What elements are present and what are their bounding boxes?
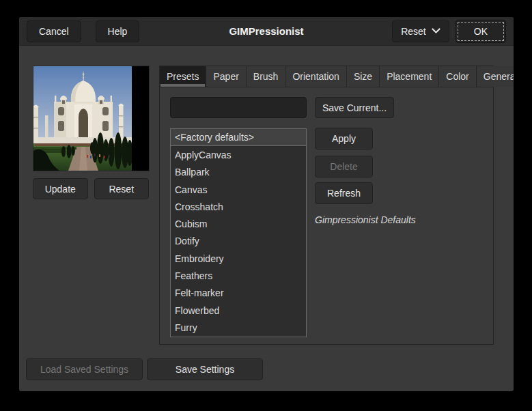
preset-list-item[interactable]: Feathers: [171, 267, 306, 284]
save-settings-button[interactable]: Save Settings: [147, 358, 263, 380]
preset-list[interactable]: <Factory defaults> ApplyCanvas Ballpark …: [170, 128, 307, 337]
tab-presets[interactable]: Presets: [160, 66, 206, 87]
apply-button[interactable]: Apply: [315, 128, 373, 150]
preset-list-item[interactable]: Canvas: [171, 181, 306, 198]
tab-brush[interactable]: Brush: [247, 66, 286, 87]
presets-tab-panel: Save Current... <Factory defaults> Apply…: [160, 87, 493, 345]
reset-dropdown-label: Reset: [401, 26, 426, 37]
ok-button[interactable]: OK: [456, 20, 506, 43]
help-button[interactable]: Help: [96, 20, 140, 42]
preset-list-item[interactable]: ApplyCanvas: [171, 146, 306, 163]
tab-size[interactable]: Size: [347, 66, 380, 87]
tab-color[interactable]: Color: [439, 66, 476, 87]
tab-orientation[interactable]: Orientation: [285, 66, 346, 87]
chevron-down-icon: [432, 28, 440, 34]
preset-list-item[interactable]: Furry: [171, 319, 306, 336]
preset-list-item[interactable]: <Factory defaults>: [171, 129, 306, 146]
tab-paper[interactable]: Paper: [206, 66, 246, 87]
gimpressionist-dialog: Cancel Help GIMPressionist Reset OK: [19, 17, 514, 391]
tab-general[interactable]: General: [477, 66, 514, 87]
load-saved-settings-button: Load Saved Settings: [26, 358, 143, 380]
preset-description: Gimpressionist Defaults: [315, 214, 416, 225]
preset-list-item[interactable]: Cubism: [171, 215, 306, 232]
update-preview-button[interactable]: Update: [33, 178, 88, 199]
preview-image: [33, 66, 149, 171]
reset-dropdown-button[interactable]: Reset: [392, 20, 449, 42]
save-current-button[interactable]: Save Current...: [315, 97, 394, 118]
settings-notebook: Presets Paper Brush Orientation Size Pla…: [159, 66, 494, 345]
tab-placement[interactable]: Placement: [380, 66, 439, 87]
preset-list-item[interactable]: Dotify: [171, 233, 306, 250]
preset-list-item[interactable]: Embroidery: [171, 250, 306, 267]
screen-background: { "window": { "title": "GIMPressionist" …: [0, 0, 532, 411]
preset-list-item[interactable]: Felt-marker: [171, 285, 306, 302]
preset-name-input[interactable]: [170, 97, 307, 118]
preset-list-item[interactable]: Ballpark: [171, 164, 306, 181]
tab-bar: Presets Paper Brush Orientation Size Pla…: [160, 66, 493, 87]
taj-mahal-preview-art: [33, 66, 149, 171]
cancel-button[interactable]: Cancel: [27, 20, 81, 42]
dialog-title: GIMPressionist: [229, 25, 303, 37]
reset-preview-button[interactable]: Reset: [94, 178, 150, 199]
preview-actions: Update Reset: [33, 178, 149, 199]
dialog-header-bar: Cancel Help GIMPressionist Reset OK: [19, 17, 514, 46]
refresh-button[interactable]: Refresh: [315, 182, 373, 204]
delete-button: Delete: [315, 156, 373, 178]
preset-list-item[interactable]: Flowerbed: [171, 302, 306, 319]
preset-list-item[interactable]: Crosshatch: [171, 198, 306, 215]
